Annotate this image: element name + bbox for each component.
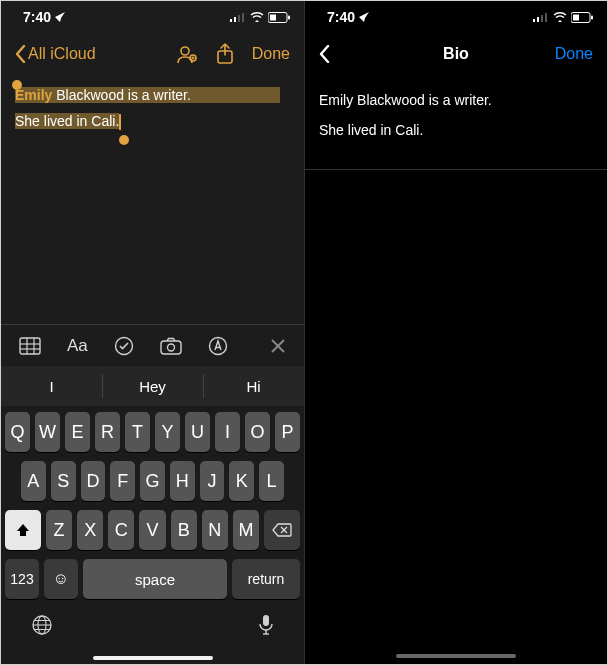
text-cursor: [119, 114, 121, 130]
back-button[interactable]: [319, 45, 330, 63]
svg-rect-34: [537, 17, 539, 22]
svg-point-19: [167, 344, 174, 351]
status-bar: 7:40: [305, 1, 607, 33]
key-y[interactable]: Y: [155, 412, 180, 452]
chevron-left-icon: [15, 45, 26, 63]
suggestion-2[interactable]: Hey: [102, 366, 203, 406]
bio-content[interactable]: Emily Blackwood is a writer. She lived i…: [305, 75, 607, 163]
key-backspace[interactable]: [264, 510, 300, 550]
key-s[interactable]: S: [51, 461, 76, 501]
svg-rect-2: [238, 15, 240, 22]
svg-rect-38: [573, 14, 579, 20]
key-x[interactable]: X: [77, 510, 103, 550]
svg-rect-3: [242, 13, 244, 22]
bio-line1: Emily Blackwood is a writer.: [319, 89, 593, 111]
key-h[interactable]: H: [170, 461, 195, 501]
key-k[interactable]: K: [229, 461, 254, 501]
svg-rect-36: [545, 13, 547, 22]
separator: [305, 169, 607, 170]
key-f[interactable]: F: [110, 461, 135, 501]
svg-rect-33: [533, 19, 535, 22]
key-q[interactable]: Q: [5, 412, 30, 452]
svg-rect-18: [161, 341, 181, 354]
wifi-icon: [250, 12, 264, 22]
key-emoji[interactable]: ☺: [44, 559, 78, 599]
bio-line2: She lived in Cali.: [319, 119, 593, 141]
bio-screen: 7:40 Bio Done: [304, 1, 607, 664]
note-content[interactable]: Emily Blackwood is a writer. She lived i…: [1, 75, 304, 141]
dictate-icon[interactable]: [258, 614, 274, 636]
share-icon[interactable]: [216, 43, 234, 65]
svg-rect-1: [234, 17, 236, 22]
note-word-bold: Emily: [15, 87, 52, 103]
note-line1-rest: Blackwood is a writer.: [52, 87, 191, 103]
battery-icon: [571, 12, 593, 23]
svg-rect-35: [541, 15, 543, 22]
note-line2: She lived in Cali.: [15, 113, 119, 129]
text-format-button[interactable]: Aa: [67, 336, 88, 356]
svg-rect-6: [288, 15, 290, 19]
key-n[interactable]: N: [202, 510, 228, 550]
checklist-icon[interactable]: [114, 336, 134, 356]
done-button[interactable]: Done: [555, 45, 593, 63]
key-r[interactable]: R: [95, 412, 120, 452]
cellular-icon: [230, 12, 246, 22]
nav-bar: Bio Done: [305, 33, 607, 75]
suggestion-1[interactable]: I: [1, 366, 102, 406]
close-keyboard-icon[interactable]: [270, 338, 286, 354]
chevron-left-icon: [319, 45, 330, 63]
key-v[interactable]: V: [139, 510, 165, 550]
battery-icon: [268, 12, 290, 23]
key-z[interactable]: Z: [46, 510, 72, 550]
collab-icon[interactable]: [176, 44, 198, 64]
status-time: 7:40: [23, 9, 51, 25]
status-bar: 7:40: [1, 1, 304, 33]
status-time: 7:40: [327, 9, 355, 25]
home-indicator[interactable]: [396, 654, 516, 658]
key-m[interactable]: M: [233, 510, 259, 550]
svg-point-7: [181, 47, 189, 55]
selection-handle-start[interactable]: [12, 80, 22, 90]
camera-icon[interactable]: [160, 337, 182, 355]
keyboard: Q W E R T Y U I O P A S D F G H J K L: [1, 406, 304, 664]
key-j[interactable]: J: [200, 461, 225, 501]
key-w[interactable]: W: [35, 412, 60, 452]
key-d[interactable]: D: [81, 461, 106, 501]
selection-handle-end[interactable]: [119, 135, 129, 145]
key-b[interactable]: B: [171, 510, 197, 550]
key-c[interactable]: C: [108, 510, 134, 550]
key-a[interactable]: A: [21, 461, 46, 501]
key-t[interactable]: T: [125, 412, 150, 452]
notes-screen: 7:40 All iCloud: [1, 1, 304, 664]
cellular-icon: [533, 12, 549, 22]
format-toolbar: Aa: [1, 324, 304, 366]
svg-rect-39: [591, 15, 593, 19]
svg-rect-0: [230, 19, 232, 22]
svg-rect-12: [20, 338, 40, 354]
key-i[interactable]: I: [215, 412, 240, 452]
location-icon: [55, 12, 65, 22]
suggestion-bar: I Hey Hi: [1, 366, 304, 406]
globe-icon[interactable]: [31, 614, 53, 636]
back-button[interactable]: All iCloud: [15, 45, 96, 63]
key-p[interactable]: P: [275, 412, 300, 452]
key-return[interactable]: return: [232, 559, 300, 599]
key-g[interactable]: G: [140, 461, 165, 501]
key-u[interactable]: U: [185, 412, 210, 452]
back-label: All iCloud: [28, 45, 96, 63]
done-button[interactable]: Done: [252, 45, 290, 63]
home-indicator[interactable]: [93, 656, 213, 660]
key-numbers[interactable]: 123: [5, 559, 39, 599]
key-l[interactable]: L: [259, 461, 284, 501]
svg-rect-30: [263, 615, 269, 626]
svg-rect-5: [270, 14, 276, 20]
nav-bar: All iCloud Done: [1, 33, 304, 75]
key-space[interactable]: space: [83, 559, 227, 599]
key-shift[interactable]: [5, 510, 41, 550]
suggestion-3[interactable]: Hi: [203, 366, 304, 406]
wifi-icon: [553, 12, 567, 22]
markup-icon[interactable]: [208, 336, 228, 356]
key-e[interactable]: E: [65, 412, 90, 452]
key-o[interactable]: O: [245, 412, 270, 452]
table-icon[interactable]: [19, 337, 41, 355]
